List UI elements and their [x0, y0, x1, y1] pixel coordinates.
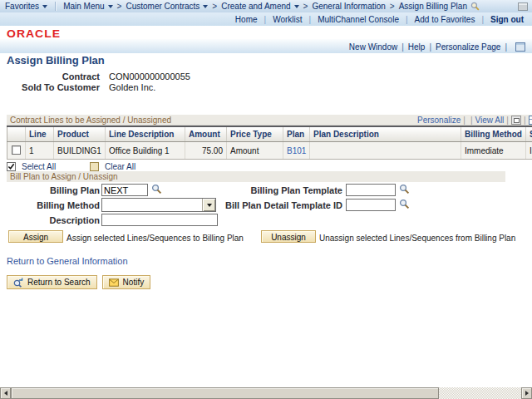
contract-label: Contract [0, 71, 100, 81]
page-url-icon[interactable] [515, 42, 525, 52]
sold-to-row: Sold To Customer Golden Inc. [0, 82, 155, 92]
new-window-link[interactable]: New Window [349, 42, 397, 52]
billing-method-label: Billing Method [0, 200, 100, 210]
sign-out-link[interactable]: Sign out [490, 15, 524, 24]
unassign-hint: Unassign selected Lines/Sequences from B… [319, 234, 515, 243]
oracle-logo: ORACLE [7, 27, 61, 40]
contract-lines-grid: Contract Lines to be Assigned / Unassign… [7, 115, 532, 160]
grid-title: Contract Lines to be Assigned / Unassign… [10, 116, 171, 125]
favorites-label: Favorites [5, 2, 39, 11]
divider: | [470, 116, 473, 125]
select-all-control[interactable]: Select All [7, 162, 56, 171]
billing-plan-template-lookup-icon[interactable] [399, 184, 410, 195]
home-link[interactable]: Home [235, 15, 258, 24]
select-column-header [7, 126, 26, 142]
nav-corner-icon[interactable] [518, 2, 528, 11]
chevron-down-icon [294, 5, 299, 8]
crumb-general-information[interactable]: General Information [312, 2, 385, 11]
bill-plan-detail-template-lookup-icon[interactable] [399, 199, 410, 209]
col-price-type: Price Type [227, 126, 283, 142]
clear-all-icon[interactable] [90, 162, 99, 171]
menu-create-and-amend[interactable]: Create and Amend [221, 2, 298, 11]
return-to-search-button[interactable]: Return to Search [7, 275, 97, 289]
help-link[interactable]: Help [408, 42, 426, 52]
col-plan: Plan [283, 126, 310, 142]
personalize-link[interactable]: Personalize [417, 116, 461, 125]
chevron-down-icon [203, 5, 208, 8]
chevron-down-icon [108, 5, 113, 8]
billing-plan-template-input[interactable] [346, 184, 396, 196]
divider: | [309, 15, 312, 24]
contract-row: Contract CON000000000055 [0, 71, 190, 81]
horizontal-scrollbar[interactable] [0, 387, 532, 399]
multichannel-console-link[interactable]: MultiChannel Console [318, 15, 399, 24]
unassign-button[interactable]: Unassign [261, 230, 316, 243]
favorites-menu[interactable]: Favorites [5, 2, 47, 11]
menu-main-menu[interactable]: Main Menu [63, 2, 112, 11]
cell-line-description: Office Building 1 [106, 142, 185, 160]
scroll-right-arrow[interactable] [521, 387, 532, 399]
breadcrumb-separator: > [212, 2, 217, 11]
breadcrumb-separator: > [303, 2, 308, 11]
billing-plan-input[interactable] [101, 184, 148, 196]
divider: | [505, 42, 507, 52]
cell-line: 1 [26, 142, 54, 160]
contract-value: CON000000000055 [109, 71, 190, 81]
view-all-link[interactable]: View All [475, 116, 504, 125]
clear-all-control[interactable]: Clear All [90, 162, 135, 171]
add-to-favorites-link[interactable]: Add to Favorites [415, 15, 475, 24]
cell-amount: 75.00 [185, 142, 227, 160]
notify-button[interactable]: Notify [102, 275, 151, 289]
breadcrumb-bar: Favorites Main Menu > Customer Contracts… [0, 0, 532, 12]
scroll-left-arrow[interactable] [0, 387, 11, 399]
grid-popout-icon[interactable] [511, 116, 521, 125]
portal-links-bar: Home | Worklist | MultiChannel Console |… [0, 12, 532, 26]
col-line-description: Line Description [106, 126, 185, 142]
worklist-link[interactable]: Worklist [273, 15, 302, 24]
billing-plan-lookup-icon[interactable] [151, 184, 162, 195]
personalize-page-link[interactable]: Personalize Page [436, 42, 500, 52]
clear-all-label[interactable]: Clear All [105, 162, 135, 171]
scrollbar-thumb[interactable] [11, 387, 439, 399]
divider [55, 2, 56, 11]
cell-product: BUILDING1 [54, 142, 106, 160]
page-title: Assign Billing Plan [7, 54, 105, 66]
row-checkbox[interactable] [12, 145, 21, 155]
sold-to-value: Golden Inc. [109, 82, 155, 92]
contract-lines-table: Line Product Line Description Amount Pri… [7, 126, 532, 160]
divider: | [481, 15, 484, 24]
billing-plan-template-label: Billing Plan Template [208, 185, 342, 195]
crumb-assign-billing-plan[interactable]: Assign Billing Plan [399, 2, 467, 11]
col-product: Product [54, 126, 106, 142]
cell-price-type: Amount [227, 142, 283, 160]
breadcrumb-magnifier-icon[interactable] [470, 2, 480, 11]
divider: | [506, 116, 509, 125]
peoplesoft-window: Favorites Main Menu > Customer Contracts… [0, 0, 532, 399]
select-all-checked-icon[interactable] [7, 162, 16, 171]
menu-customer-contracts[interactable]: Customer Contracts [126, 2, 208, 11]
col-amount: Amount [185, 126, 227, 142]
notify-envelope-icon [109, 278, 119, 287]
bill-plan-section-title: Bill Plan to Assign / Unassign [10, 172, 118, 181]
grid-download-icon[interactable] [529, 116, 532, 125]
bill-plan-detail-template-label: Bill Plan Detail Template ID [191, 200, 342, 210]
page-toolbar: Return to Search Notify [7, 275, 150, 289]
page-links-bar: New Window | Help | Personalize Page | [0, 39, 532, 53]
breadcrumb-separator: > [390, 2, 395, 11]
billing-plan-label: Billing Plan [0, 185, 100, 195]
cell-status-truncated: In [526, 142, 532, 160]
assign-hint: Assign selected Lines/Sequences to Billi… [66, 234, 244, 243]
bill-plan-detail-template-input[interactable] [346, 199, 396, 211]
return-to-general-information-link[interactable]: Return to General Information [7, 256, 128, 266]
cell-plan-description [310, 142, 461, 160]
chevron-down-icon [42, 5, 47, 8]
select-all-label[interactable]: Select All [22, 162, 56, 171]
grid-action-bar: Personalize | | View All | | F [417, 115, 532, 126]
plan-link[interactable]: B101 [287, 146, 306, 155]
breadcrumb-separator: > [117, 2, 122, 11]
bill-plan-section-bar: Bill Plan to Assign / Unassign [7, 171, 505, 182]
description-input[interactable] [101, 214, 218, 226]
description-label: Description [0, 215, 100, 225]
col-billing-method: Billing Method [461, 126, 526, 142]
assign-button[interactable]: Assign [8, 230, 63, 243]
